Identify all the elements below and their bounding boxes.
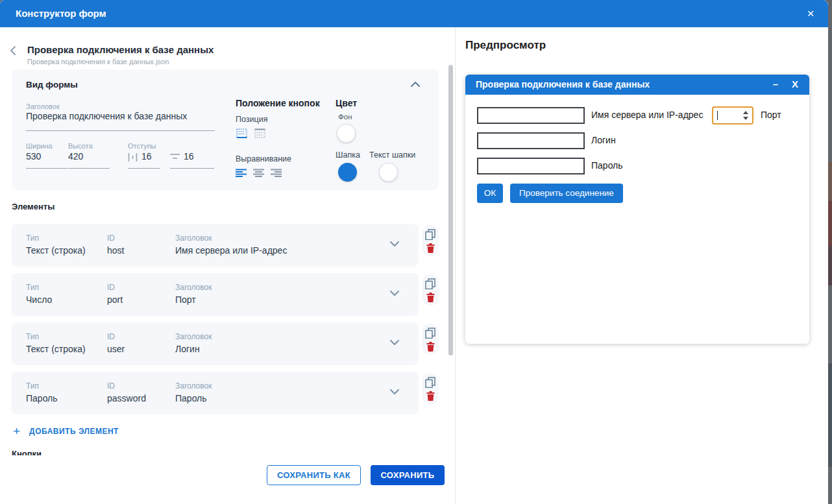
add-element-button[interactable]: + ДОБАВИТЬ ЭЛЕМЕНТ — [13, 425, 119, 437]
element-row-actions — [422, 274, 439, 306]
close-icon[interactable]: × — [802, 5, 819, 22]
form-view-section: Вид формы Заголовок Проверка подключения… — [12, 69, 439, 190]
chevron-down-icon[interactable] — [389, 290, 400, 296]
chevron-down-icon[interactable] — [389, 389, 400, 395]
form-constructor-dialog: Конструктор форм × Проверка подключения … — [0, 0, 828, 504]
background-color-label: Фон — [338, 113, 352, 121]
header-color-label: Шапка — [336, 150, 360, 160]
header-color-swatch[interactable] — [338, 163, 357, 182]
caption-value: Имя сервера или IP-адрес — [175, 245, 287, 256]
delete-icon[interactable] — [426, 243, 435, 253]
minimize-icon[interactable]: – — [773, 78, 778, 90]
form-name-title: Проверка подключения к базе данных — [27, 44, 214, 55]
collapse-chevron-up-icon[interactable] — [410, 81, 421, 88]
caption-label: Заголовок — [175, 381, 212, 390]
element-row-user[interactable]: Тип Текст (строка) ID user Заголовок Лог… — [12, 322, 419, 365]
type-label: Тип — [26, 234, 39, 243]
editor-scrollbar[interactable] — [448, 65, 453, 355]
header-text-color-label: Текст шапки — [369, 150, 415, 160]
test-connection-button[interactable]: Проверить соединение — [510, 184, 623, 203]
caption-label: Заголовок — [175, 234, 212, 243]
preview-window-body: Имя сервера или IP-адрес Порт Логин Паро… — [465, 95, 809, 344]
caption-label: Заголовок — [175, 283, 212, 292]
buttons-position-title: Положение кнопок — [236, 98, 320, 108]
plus-icon: + — [13, 425, 20, 437]
id-label: ID — [107, 283, 115, 292]
element-row-host[interactable]: Тип Текст (строка) ID host Заголовок Имя… — [12, 224, 419, 267]
spinner-up-icon[interactable] — [743, 111, 748, 114]
background-color-swatch[interactable] — [337, 124, 356, 143]
dialog-title: Конструктор форм — [16, 8, 106, 19]
backdrop-patch — [828, 162, 832, 201]
alignment-label: Выравнивание — [236, 154, 291, 163]
form-title-field-input[interactable]: Проверка подключения к базе данных — [26, 111, 187, 121]
element-row-password[interactable]: Тип Пароль ID password Заголовок Пароль — [12, 372, 419, 414]
delete-icon[interactable] — [426, 391, 435, 401]
id-label: ID — [107, 381, 115, 390]
elements-section-title: Элементы — [12, 202, 55, 211]
vertical-padding-icon — [170, 153, 180, 162]
type-label: Тип — [26, 381, 39, 390]
number-spinner[interactable] — [742, 110, 750, 121]
editor-panel: Проверка подключения к базе данных Прове… — [0, 27, 456, 504]
horizontal-padding-icon — [128, 153, 138, 162]
chevron-down-icon[interactable] — [389, 241, 400, 247]
align-right-icon[interactable] — [271, 169, 282, 178]
copy-icon[interactable] — [425, 377, 435, 388]
host-input[interactable] — [477, 107, 585, 124]
element-row-port[interactable]: Тип Число ID port Заголовок Порт — [12, 273, 419, 316]
add-element-label: ДОБАВИТЬ ЭЛЕМЕНТ — [29, 427, 119, 436]
align-center-icon[interactable] — [253, 169, 264, 178]
chevron-down-icon[interactable] — [389, 339, 400, 346]
port-input[interactable] — [712, 106, 753, 125]
width-field-label: Ширина — [26, 142, 53, 150]
host-label: Имя сервера или IP-адрес — [591, 110, 703, 120]
header-text-color-swatch[interactable] — [379, 163, 398, 182]
id-label: ID — [107, 332, 115, 341]
backdrop-patch — [828, 201, 832, 246]
save-as-button[interactable]: СОХРАНИТЬ КАК — [267, 465, 361, 485]
color-title: Цвет — [336, 98, 357, 108]
copy-icon[interactable] — [425, 229, 435, 240]
buttons-top-position-icon[interactable] — [254, 128, 265, 138]
id-value: host — [107, 245, 124, 256]
back-icon[interactable] — [8, 45, 19, 56]
caption-value: Логин — [175, 344, 200, 354]
padding-horizontal-input[interactable]: 16 — [141, 151, 152, 162]
type-value: Текст (строка) — [26, 344, 86, 354]
padding-vertical-input[interactable]: 16 — [184, 151, 194, 162]
password-input[interactable] — [477, 158, 585, 174]
position-label: Позиция — [236, 115, 267, 124]
form-title-field-label: Заголовок — [26, 102, 60, 110]
type-value: Текст (строка) — [26, 245, 86, 256]
close-icon[interactable]: X — [792, 78, 798, 90]
delete-icon[interactable] — [426, 342, 435, 352]
align-left-icon[interactable] — [236, 169, 247, 178]
width-field-input[interactable]: 530 — [26, 151, 41, 162]
copy-icon[interactable] — [425, 328, 435, 339]
backdrop-patch — [828, 246, 832, 285]
form-filename: Проверка подключения к базе данных.json — [27, 58, 169, 66]
text-caret — [717, 111, 718, 120]
buttons-bottom-position-icon[interactable] — [236, 128, 247, 138]
element-row-actions — [422, 373, 439, 404]
element-row-actions — [422, 324, 439, 355]
type-value: Пароль — [26, 393, 58, 403]
preview-window-title: Проверка подключения к базе данных — [476, 79, 650, 90]
delete-icon[interactable] — [426, 293, 435, 302]
id-value: port — [107, 294, 123, 305]
ok-button[interactable]: ОК — [477, 184, 503, 203]
paddings-label: Отступы — [128, 142, 156, 150]
save-button[interactable]: СОХРАНИТЬ — [371, 465, 445, 485]
login-label: Логин — [591, 135, 616, 145]
copy-icon[interactable] — [425, 278, 435, 289]
dialog-titlebar: Конструктор форм × — [0, 0, 828, 27]
preview-window-titlebar: Проверка подключения к базе данных – X — [465, 75, 809, 95]
height-field-input[interactable]: 420 — [68, 151, 83, 162]
element-row-actions — [422, 225, 439, 256]
password-label: Пароль — [591, 160, 623, 171]
spinner-down-icon[interactable] — [743, 117, 748, 120]
caption-value: Пароль — [175, 393, 207, 403]
login-input[interactable] — [477, 132, 585, 149]
input-underline — [128, 168, 160, 169]
